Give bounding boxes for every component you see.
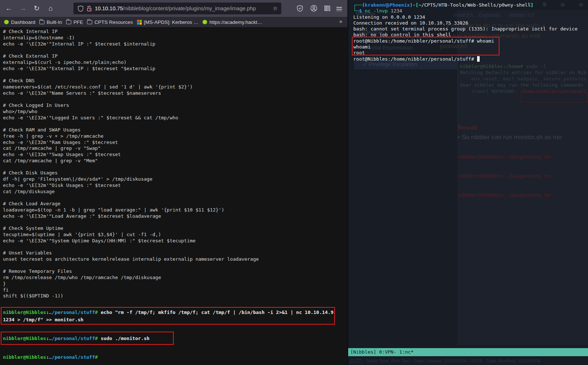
url-text: 10.10.10.75/nibbleblog/content/private/p… bbox=[95, 6, 269, 11]
green-hexagon-icon bbox=[202, 20, 207, 25]
bookmark-academy[interactable]: https://academy.hackt… bbox=[202, 19, 262, 25]
pane-divider bbox=[457, 55, 458, 123]
library-icon[interactable] bbox=[324, 5, 331, 12]
back-icon[interactable]: ← bbox=[3, 0, 15, 17]
bookmark-builtin[interactable]: Built-In bbox=[39, 19, 62, 25]
bookmarks-overflow-chevron[interactable]: » bbox=[339, 18, 342, 24]
menu-icon[interactable] bbox=[336, 6, 342, 12]
folder-icon bbox=[87, 20, 92, 24]
dim-statusbar: (1,37) - Node Type: Rich Text - Date Cre… bbox=[350, 358, 543, 364]
account-icon[interactable] bbox=[310, 5, 317, 12]
folder-icon bbox=[39, 20, 44, 24]
annotation-box-whoami bbox=[352, 37, 499, 55]
microsoft-logo-icon bbox=[137, 20, 142, 25]
browser-toolbar: ← → ↻ ⌂ 10.10.10.75/nibbleblog/content/p… bbox=[0, 0, 347, 17]
folder-icon bbox=[66, 20, 71, 24]
script-text: # Check Internal IPinternalip=$(hostname… bbox=[3, 29, 259, 299]
shield-permissions-icon[interactable] bbox=[78, 6, 83, 12]
bookmark-cpts-resources[interactable]: CPTS Resources bbox=[87, 19, 133, 25]
bookmarks-bar: Dashboard Built-In PFE CPTS Resources [M… bbox=[0, 17, 347, 27]
bookmark-ms-apds[interactable]: [MS-APDS]: Kerberos … bbox=[137, 19, 199, 25]
bookmark-star-icon[interactable]: ☆ bbox=[269, 5, 281, 12]
green-hexagon-icon bbox=[4, 20, 9, 25]
forward-icon[interactable]: → bbox=[17, 0, 29, 17]
dim-check-privilege-escalation: ✓ Privelege Escalation bbox=[363, 61, 417, 67]
dim-link-icon bbox=[579, 3, 583, 7]
browser-window: ← → ↻ ⌂ 10.10.10.75/nibbleblog/content/p… bbox=[0, 0, 347, 365]
page-content: # Check Internal IPinternalip=$(hostname… bbox=[0, 27, 347, 365]
url-bar[interactable]: 10.10.10.75/nibbleblog/content/private/p… bbox=[73, 3, 281, 14]
home-icon[interactable]: ⌂ bbox=[45, 0, 57, 17]
shell-prompt-echo: nibbler@Nibbles:…/personal/stuff# echo "… bbox=[3, 309, 333, 323]
shell-prompt-sudo: nibbler@Nibbles:…/personal/stuff# sudo .… bbox=[3, 335, 149, 342]
protections-shield-icon[interactable] bbox=[297, 5, 303, 12]
reload-icon[interactable]: ↻ bbox=[31, 0, 43, 17]
terminal-window: Nibbles Initial En... Exploitati... Nibb… bbox=[348, 0, 588, 365]
tmux-status-bar[interactable]: [Nibbles] 0:VPN- 1:nc* bbox=[348, 348, 588, 356]
shell-prompt-empty: nibbler@Nibbles:…/personal/stuff# bbox=[3, 354, 98, 361]
insecure-lock-icon[interactable] bbox=[87, 6, 92, 12]
bookmark-dashboard[interactable]: Dashboard bbox=[4, 19, 35, 25]
bookmark-pfe[interactable]: PFE bbox=[66, 19, 83, 25]
